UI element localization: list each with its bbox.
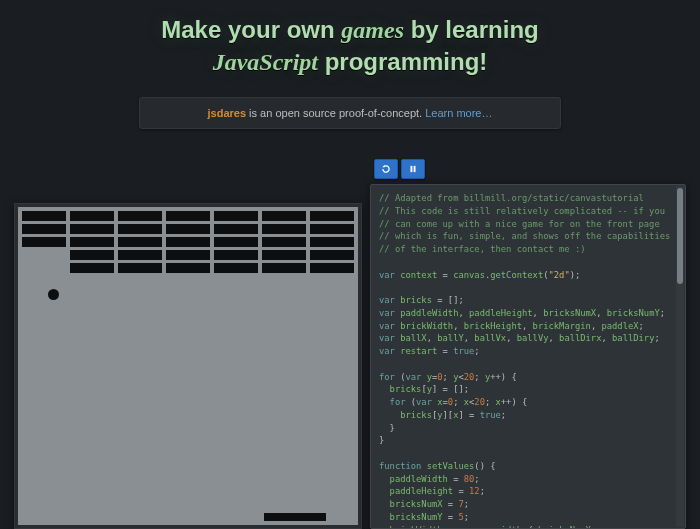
brick	[214, 237, 258, 247]
info-bar: jsdares is an open source proof-of-conce…	[139, 97, 561, 129]
learn-more-link[interactable]: Learn more…	[425, 107, 492, 119]
code-editor[interactable]: // Adapted from billmill.org/static/canv…	[370, 184, 686, 529]
brick	[70, 211, 114, 221]
game-canvas-panel	[14, 203, 362, 529]
brick	[166, 211, 210, 221]
brick	[70, 237, 114, 247]
editor-scrollbar-thumb[interactable]	[677, 188, 683, 284]
brick	[166, 237, 210, 247]
brick	[310, 211, 354, 221]
headline-text-2: by learning	[404, 16, 539, 43]
headline-em-javascript: JavaScript	[213, 49, 318, 75]
svg-rect-1	[414, 166, 416, 172]
brick	[214, 224, 258, 234]
pause-button[interactable]	[401, 159, 425, 179]
pause-icon	[408, 164, 418, 174]
brick	[310, 237, 354, 247]
brick	[214, 263, 258, 273]
brand-name: jsdares	[208, 107, 247, 119]
brick	[262, 237, 306, 247]
brick	[118, 224, 162, 234]
page-headline: Make your own games by learning JavaScri…	[0, 0, 700, 83]
brick	[118, 250, 162, 260]
paddle	[264, 513, 326, 521]
ball	[48, 289, 59, 300]
brick	[262, 224, 306, 234]
brick	[70, 263, 114, 273]
brick	[118, 237, 162, 247]
brick	[22, 211, 66, 221]
brick	[262, 211, 306, 221]
brick	[166, 250, 210, 260]
brick	[118, 263, 162, 273]
editor-toolbar	[370, 158, 686, 180]
game-canvas[interactable]	[18, 207, 358, 525]
brick	[310, 224, 354, 234]
brick	[310, 250, 354, 260]
brick	[22, 224, 66, 234]
brick	[214, 211, 258, 221]
brick	[310, 263, 354, 273]
brick	[166, 224, 210, 234]
brick	[70, 250, 114, 260]
brick	[70, 224, 114, 234]
editor-scrollbar[interactable]	[676, 186, 684, 527]
reload-icon	[381, 164, 391, 174]
svg-rect-0	[411, 166, 413, 172]
brick	[262, 263, 306, 273]
brick-grid	[22, 211, 354, 276]
brick	[22, 237, 66, 247]
brick	[262, 250, 306, 260]
code-content: // Adapted from billmill.org/static/canv…	[371, 185, 685, 529]
brick	[118, 211, 162, 221]
reload-button[interactable]	[374, 159, 398, 179]
headline-text-3: programming!	[318, 48, 487, 75]
headline-em-games: games	[341, 17, 404, 43]
brick	[166, 263, 210, 273]
info-text: is an open source proof-of-concept.	[246, 107, 425, 119]
brick	[214, 250, 258, 260]
headline-text-1: Make your own	[161, 16, 341, 43]
